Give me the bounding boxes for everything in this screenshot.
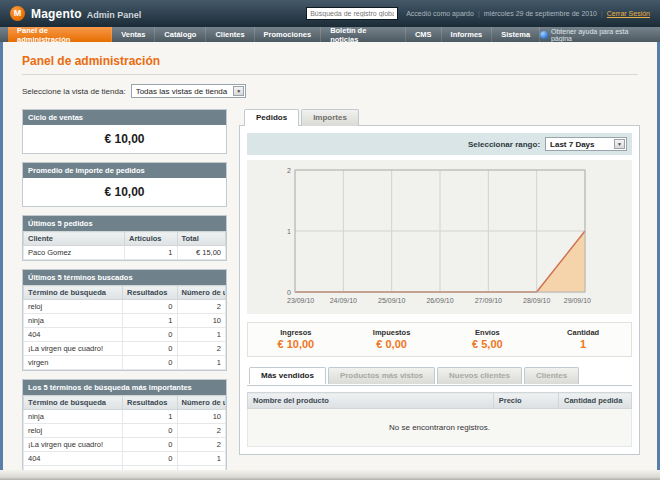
store-view-select[interactable]: Todas las vistas de tienda ▼ bbox=[131, 84, 247, 98]
term-cell: ¡La virgen que cuadro! bbox=[24, 438, 123, 452]
results-cell: 0 bbox=[122, 356, 177, 370]
term-cell: ninja bbox=[24, 314, 123, 328]
tab-new-customers[interactable]: Nuevos clientes bbox=[437, 367, 522, 384]
chevron-down-icon: ▼ bbox=[233, 86, 244, 96]
table-row[interactable]: virgen 0 1 bbox=[24, 356, 226, 370]
uses-cell: 1 bbox=[177, 356, 226, 370]
header-separator: | bbox=[478, 10, 480, 17]
help-label: Obtener ayuda para esta página bbox=[551, 28, 650, 42]
column-header: Resultados bbox=[122, 286, 177, 300]
nav-item-cms[interactable]: CMS bbox=[406, 27, 442, 42]
term-cell: ¡La virgen que cuadro! bbox=[24, 342, 123, 356]
tab-customers[interactable]: Clientes bbox=[524, 367, 579, 384]
store-view-label: Seleccione la vista de tienda: bbox=[22, 87, 126, 96]
svg-text:0: 0 bbox=[287, 289, 291, 296]
logout-link[interactable]: Cerrar Sesión bbox=[607, 10, 650, 17]
svg-text:2: 2 bbox=[287, 167, 291, 174]
table-row[interactable]: ninja 1 10 bbox=[24, 410, 226, 424]
term-cell: 404 bbox=[24, 452, 123, 466]
uses-cell: 10 bbox=[177, 314, 226, 328]
column-header-product: Nombre del producto bbox=[248, 393, 494, 409]
svg-text:26/09/10: 26/09/10 bbox=[426, 297, 453, 304]
range-select[interactable]: Last 7 Days ▼ bbox=[545, 137, 627, 151]
nav-item-customers[interactable]: Clientes bbox=[206, 27, 254, 42]
customer-cell: Paco Gomez bbox=[24, 246, 125, 260]
uses-cell: 10 bbox=[177, 410, 226, 424]
current-date: miércoles 29 de septiembre de 2010 bbox=[484, 10, 597, 17]
items-cell: 1 bbox=[125, 246, 178, 260]
uses-cell: 2 bbox=[177, 438, 226, 452]
nav-item-system[interactable]: Sistema bbox=[492, 27, 540, 42]
results-cell: 0 bbox=[122, 438, 177, 452]
term-cell: 404 bbox=[24, 328, 123, 342]
nav-item-sales[interactable]: Ventas bbox=[112, 27, 155, 42]
table-row[interactable]: 404 0 1 bbox=[24, 452, 226, 466]
svg-text:24/09/10: 24/09/10 bbox=[330, 297, 357, 304]
column-header: Total bbox=[177, 232, 225, 246]
nav-item-catalog[interactable]: Catálogo bbox=[155, 27, 206, 42]
svg-text:27/09/10: 27/09/10 bbox=[475, 297, 502, 304]
nav-item-promotions[interactable]: Promociones bbox=[255, 27, 322, 42]
tab-most-viewed[interactable]: Productos más vistos bbox=[328, 367, 435, 384]
last-orders-widget: Últimos 5 pedidos Cliente Artículos Tota… bbox=[22, 215, 227, 261]
results-cell: 0 bbox=[122, 300, 177, 314]
top-header: M Magento Admin Panel Accedió como apard… bbox=[0, 0, 660, 27]
table-row[interactable]: ninja 1 10 bbox=[24, 314, 226, 328]
main-nav: Panel de administración Ventas Catálogo … bbox=[0, 27, 660, 42]
column-header: Término de búsqueda bbox=[24, 396, 123, 410]
column-header: Número de usos bbox=[177, 396, 226, 410]
dashboard-panel: Seleccionar rango: Last 7 Days ▼ 01223/0… bbox=[239, 125, 640, 455]
top-search-terms-title: Los 5 términos de búsqueda más important… bbox=[23, 380, 226, 395]
column-header-price: Precio bbox=[493, 393, 558, 409]
last-search-terms-widget: Últimos 5 términos buscados Término de b… bbox=[22, 269, 227, 371]
revenue-value: € 10,00 bbox=[248, 338, 344, 350]
table-row[interactable]: reloj 0 2 bbox=[24, 424, 226, 438]
page-bottom-strip bbox=[0, 470, 660, 480]
orders-chart: 01223/09/1024/09/1025/09/1026/09/1027/09… bbox=[247, 160, 632, 314]
lifetime-sales-value: € 10,00 bbox=[23, 125, 226, 153]
results-cell: 0 bbox=[122, 424, 177, 438]
average-orders-widget: Promedio de importe de pedidos € 10,00 bbox=[22, 162, 227, 207]
column-header: Artículos bbox=[125, 232, 178, 246]
table-row[interactable]: Paco Gomez 1 € 15,00 bbox=[24, 246, 226, 260]
content-area: Panel de administración Seleccione la vi… bbox=[0, 42, 660, 470]
global-search-input[interactable] bbox=[306, 7, 398, 20]
results-cell: 0 bbox=[122, 452, 177, 466]
uses-cell: 2 bbox=[177, 424, 226, 438]
average-orders-value: € 10,00 bbox=[23, 178, 226, 206]
results-cell: 1 bbox=[122, 314, 177, 328]
shipping-value: € 5,00 bbox=[440, 338, 536, 350]
header-separator: | bbox=[601, 10, 603, 17]
column-header-qty: Cantidad pedida bbox=[559, 393, 632, 409]
column-header: Cliente bbox=[24, 232, 125, 246]
nav-item-newsletter[interactable]: Boletín de noticias bbox=[321, 27, 406, 42]
tab-bestsellers[interactable]: Más vendidos bbox=[249, 367, 326, 384]
logo-suffix: Admin Panel bbox=[87, 8, 142, 20]
results-cell: 0 bbox=[122, 328, 177, 342]
tab-amounts[interactable]: Importes bbox=[301, 109, 359, 126]
term-cell: reloj bbox=[24, 300, 123, 314]
last-orders-title: Últimos 5 pedidos bbox=[23, 216, 226, 231]
range-selected-value: Last 7 Days bbox=[550, 140, 608, 149]
nav-item-dashboard[interactable]: Panel de administración bbox=[8, 27, 112, 42]
shipping-label: Envíos bbox=[440, 328, 536, 337]
table-row[interactable]: ¡La virgen que cuadro! 0 2 bbox=[24, 438, 226, 452]
column-header: Término de búsqueda bbox=[24, 286, 123, 300]
page-title: Panel de administración bbox=[22, 54, 638, 68]
lifetime-sales-title: Ciclo de ventas bbox=[23, 110, 226, 125]
tax-value: € 0,00 bbox=[344, 338, 440, 350]
uses-cell: 1 bbox=[177, 452, 226, 466]
uses-cell: 2 bbox=[177, 342, 226, 356]
uses-cell: 1 bbox=[177, 328, 226, 342]
quantity-label: Cantidad bbox=[535, 328, 631, 337]
help-link[interactable]: Obtener ayuda para esta página bbox=[540, 27, 660, 42]
table-row[interactable]: reloj 0 2 bbox=[24, 300, 226, 314]
table-row[interactable]: 404 0 1 bbox=[24, 328, 226, 342]
last-search-terms-title: Últimos 5 términos buscados bbox=[23, 270, 226, 285]
tab-orders[interactable]: Pedidos bbox=[244, 109, 299, 126]
nav-item-reports[interactable]: Informes bbox=[442, 27, 493, 42]
table-row[interactable]: ¡La virgen que cuadro! 0 2 bbox=[24, 342, 226, 356]
logo-text: Magento bbox=[31, 7, 82, 21]
top-search-terms-widget: Los 5 términos de búsqueda más important… bbox=[22, 379, 227, 470]
title-divider bbox=[22, 74, 638, 75]
